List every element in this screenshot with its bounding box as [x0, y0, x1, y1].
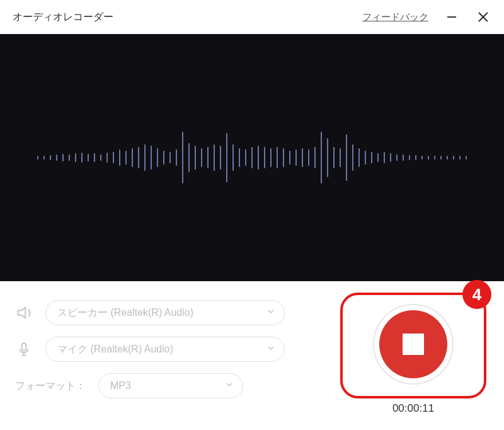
recording-timer: 00:00:11	[392, 402, 434, 415]
waveform-visualization	[0, 34, 504, 281]
left-controls: スピーカー (Realtek(R) Audio) マイク (Realtek(R)…	[15, 300, 338, 422]
feedback-link[interactable]: フィードバック	[362, 11, 428, 23]
waveform-icon	[25, 107, 479, 208]
controls-panel: スピーカー (Realtek(R) Audio) マイク (Realtek(R)…	[0, 281, 504, 430]
record-area: 4 00:00:11	[338, 300, 489, 422]
format-label: フォーマット：	[15, 380, 86, 393]
chevron-down-icon	[225, 380, 234, 392]
svg-rect-72	[22, 343, 26, 351]
mic-row: マイク (Realtek(R) Audio)	[15, 337, 338, 362]
minimize-button[interactable]	[444, 9, 460, 25]
format-dropdown[interactable]: MP3	[98, 373, 243, 398]
chevron-down-icon	[266, 307, 275, 318]
format-row: フォーマット： MP3	[15, 373, 338, 398]
close-icon	[477, 11, 490, 23]
speaker-value: スピーカー (Realtek(R) Audio)	[57, 306, 193, 320]
close-button[interactable]	[475, 9, 491, 25]
callout-badge: 4	[462, 280, 491, 309]
format-value: MP3	[110, 380, 131, 392]
app-title: オーディオレコーダー	[13, 11, 113, 24]
mic-value: マイク (Realtek(R) Audio)	[57, 343, 173, 356]
callout-box: 4	[340, 293, 486, 398]
speaker-dropdown[interactable]: スピーカー (Realtek(R) Audio)	[45, 300, 285, 325]
speaker-row: スピーカー (Realtek(R) Audio)	[15, 300, 338, 325]
mic-dropdown[interactable]: マイク (Realtek(R) Audio)	[45, 337, 285, 362]
chevron-down-icon	[266, 344, 275, 355]
speaker-icon	[15, 304, 33, 322]
titlebar-right: フィードバック	[362, 9, 491, 25]
minimize-icon	[446, 11, 457, 23]
microphone-icon	[15, 340, 33, 358]
titlebar: オーディオレコーダー フィードバック	[0, 0, 504, 34]
